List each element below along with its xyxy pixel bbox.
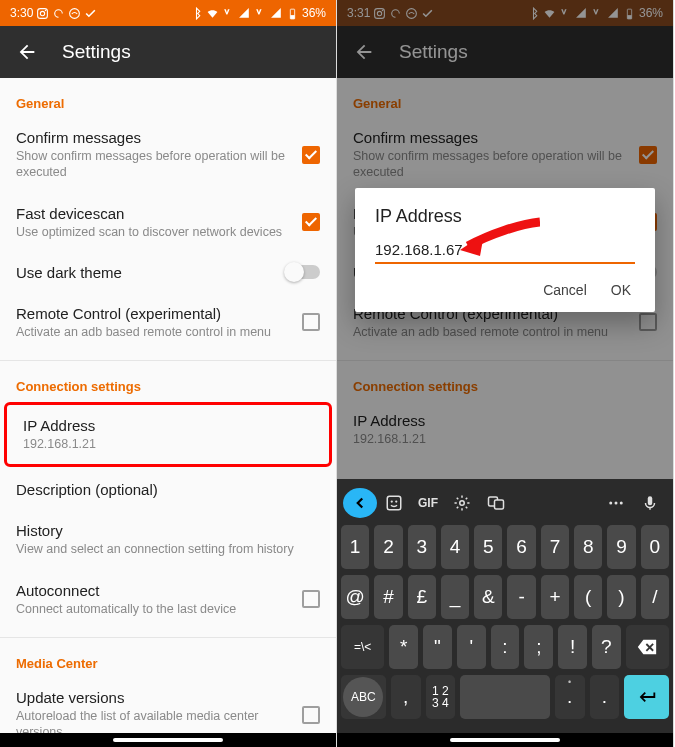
svg-point-3 [70, 8, 80, 18]
key-enter[interactable] [624, 675, 669, 719]
desc-title: Description (optional) [16, 481, 320, 498]
update-checkbox[interactable] [302, 706, 320, 724]
svg-point-19 [615, 502, 618, 505]
fastscan-checkbox[interactable] [302, 213, 320, 231]
item-remote-control[interactable]: Remote Control (experimental) Activate a… [0, 293, 336, 352]
ip-address-dialog: IP Address Cancel OK [355, 188, 655, 312]
key-&[interactable]: & [474, 575, 502, 619]
key-*[interactable]: * [389, 625, 418, 669]
key-period-2[interactable]: . [590, 675, 620, 719]
svg-point-14 [395, 500, 397, 502]
phone-right: 3:31 36% Settings General Confirm messag… [337, 0, 674, 747]
remote-checkbox[interactable] [302, 313, 320, 331]
key-![interactable]: ! [558, 625, 587, 669]
kb-sticker-icon[interactable] [377, 488, 411, 518]
kb-gif-button[interactable]: GIF [411, 488, 445, 518]
key-8[interactable]: 8 [574, 525, 602, 569]
key-2[interactable]: 2 [374, 525, 402, 569]
sync-icon [389, 7, 402, 20]
appbar-title: Settings [62, 41, 131, 63]
dark-title: Use dark theme [16, 264, 274, 281]
section-connection: Connection settings [337, 361, 673, 400]
appbar-title: Settings [399, 41, 468, 63]
key-£[interactable]: £ [408, 575, 436, 619]
key-9[interactable]: 9 [607, 525, 635, 569]
signal-icon-2 [607, 7, 620, 20]
ok-button[interactable]: OK [611, 282, 631, 298]
status-bar: 3:30 36% [0, 0, 336, 26]
confirm-checkbox[interactable] [639, 146, 657, 164]
svg-rect-11 [627, 15, 631, 19]
key-+[interactable]: + [541, 575, 569, 619]
key-'[interactable]: ' [457, 625, 486, 669]
svg-rect-17 [495, 500, 504, 509]
item-confirm-messages[interactable]: Confirm messages Show confirm messages b… [0, 117, 336, 193]
signal-icon [575, 7, 588, 20]
key--[interactable]: - [507, 575, 535, 619]
key-;[interactable]: ; [524, 625, 553, 669]
kb-gear-icon[interactable] [445, 488, 479, 518]
settings-content: General Confirm messages Show confirm me… [0, 78, 336, 747]
key-comma[interactable]: , [391, 675, 421, 719]
back-icon[interactable] [353, 41, 375, 63]
key-shift[interactable]: =\< [341, 625, 384, 669]
key-3[interactable]: 3 [408, 525, 436, 569]
key-space[interactable] [460, 675, 549, 719]
key-#[interactable]: # [374, 575, 402, 619]
key-)[interactable]: ) [607, 575, 635, 619]
app-bar: Settings [0, 26, 336, 78]
key-@[interactable]: @ [341, 575, 369, 619]
key-5[interactable]: 5 [474, 525, 502, 569]
back-icon[interactable] [16, 41, 38, 63]
cancel-button[interactable]: Cancel [543, 282, 587, 298]
key-1[interactable]: 1 [341, 525, 369, 569]
item-ip-address[interactable]: IP Address 192.168.1.21 [7, 405, 329, 464]
status-time: 3:30 [10, 6, 33, 20]
key-4[interactable]: 4 [441, 525, 469, 569]
key-"[interactable]: " [423, 625, 452, 669]
key-abc[interactable]: ABC [341, 675, 386, 719]
key-numpad[interactable]: 1 2 3 4 [426, 675, 456, 719]
wifi-icon [543, 7, 556, 20]
section-media: Media Center [0, 638, 336, 677]
nav-pill[interactable] [450, 738, 560, 742]
key-?[interactable]: ? [592, 625, 621, 669]
annotation-arrow-icon [460, 216, 540, 256]
item-history[interactable]: History View and select an connection se… [0, 510, 336, 569]
nav-pill[interactable] [113, 738, 223, 742]
keyboard-rows: 1234567890 @#£_&-+()/ =\< *"':;!? ABC , … [337, 521, 673, 733]
confirm-checkbox[interactable] [302, 146, 320, 164]
key-0[interactable]: 0 [641, 525, 669, 569]
kb-chevron-icon[interactable] [343, 488, 377, 518]
bluetooth-icon [527, 7, 540, 20]
key-period[interactable]: •. [555, 675, 585, 719]
kb-more-icon[interactable] [599, 488, 633, 518]
kb-translate-icon[interactable] [479, 488, 513, 518]
item-description[interactable]: Description (optional) [0, 469, 336, 510]
item-autoconnect[interactable]: Autoconnect Connect automatically to the… [0, 570, 336, 629]
instagram-icon [36, 7, 49, 20]
key-/[interactable]: / [641, 575, 669, 619]
auto-checkbox[interactable] [302, 590, 320, 608]
svg-rect-5 [290, 15, 294, 19]
bluetooth-icon [190, 7, 203, 20]
item-dark-theme[interactable]: Use dark theme [0, 252, 336, 293]
key-backspace[interactable] [626, 625, 669, 669]
item-confirm-messages[interactable]: Confirm messages Show confirm messages b… [337, 117, 673, 193]
key-([interactable]: ( [574, 575, 602, 619]
key-_[interactable]: _ [441, 575, 469, 619]
remote-sub: Activate an adb based remote control in … [16, 324, 290, 340]
key-:[interactable]: : [491, 625, 520, 669]
keyboard-toolbar: GIF [337, 485, 673, 521]
item-ip-address[interactable]: IP Address 192.168.1.21 [337, 400, 673, 459]
key-7[interactable]: 7 [541, 525, 569, 569]
nav-bar [337, 733, 673, 747]
svg-point-7 [378, 11, 382, 15]
dark-switch[interactable] [286, 265, 320, 279]
item-fast-devicescan[interactable]: Fast devicescan Use optimized scan to di… [0, 193, 336, 252]
ip-address-highlight: IP Address 192.168.1.21 [4, 402, 332, 467]
kb-mic-icon[interactable] [633, 488, 667, 518]
key-6[interactable]: 6 [507, 525, 535, 569]
fastscan-sub: Use optimized scan to discover network d… [16, 224, 290, 240]
remote-checkbox[interactable] [639, 313, 657, 331]
